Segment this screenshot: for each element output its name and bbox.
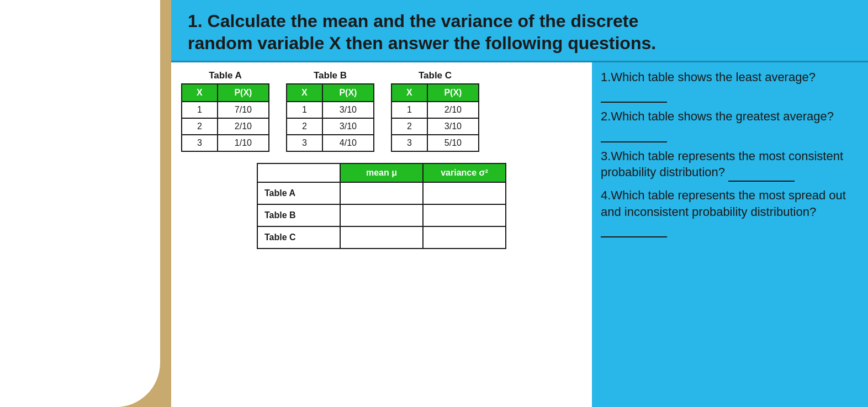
summary-table: mean μ variance σ² Table A Table [257,163,506,249]
q2-blank[interactable] [601,125,667,142]
q2-text: 2.Which table shows the greatest average… [601,109,834,140]
summary-row-c-label: Table C [257,226,340,249]
table-row: 2 3/10 [391,118,479,135]
summary-mean-header: mean μ [340,163,423,182]
summary-variance-header: variance σ² [423,163,506,182]
table-c-r1-x: 1 [391,102,427,118]
table-a-header-px: P(X) [218,84,269,102]
summary-row-b-label: Table B [257,204,340,226]
table-a-r3-px: 1/10 [218,135,269,151]
table-b-r2-px: 3/10 [322,118,374,135]
table-a-r3-x: 3 [182,135,218,151]
tables-section: Table A X P(X) 1 7/ [171,62,592,407]
summary-row-c-variance [423,226,506,249]
q4-blank[interactable] [601,220,667,238]
summary-row-a-label: Table A [257,182,340,204]
table-a-r2-x: 2 [182,118,218,135]
table-b-group: Table B X P(X) 1 3/ [286,70,374,152]
table-a-r1-x: 1 [182,102,218,118]
table-b-r1-px: 3/10 [322,102,374,118]
title-line1: 1. Calculate the mean and the variance o… [188,11,638,31]
question-1: 1.Which table shows the least average? [601,69,859,103]
question-3: 3.Which table represents the most consis… [601,148,859,182]
main-container: 1. Calculate the mean and the variance o… [0,0,868,407]
summary-row-c-mean [340,226,423,249]
summary-row-a-variance [423,182,506,204]
summary-section: mean μ variance σ² Table A Table [181,163,582,249]
questions-section: 1.Which table shows the least average? 2… [592,62,868,407]
table-c-r3-x: 3 [391,135,427,151]
table-b-header-x: X [287,84,322,102]
table-a: X P(X) 1 7/10 2 [181,83,269,152]
summary-row-a-mean [340,182,423,204]
table-c-r1-px: 2/10 [427,102,479,118]
summary-empty-header [257,163,340,182]
table-a-r1-px: 7/10 [218,102,269,118]
table-row: 1 7/10 [182,102,269,118]
table-row: 3 1/10 [182,135,269,151]
content-area: 1. Calculate the mean and the variance o… [171,0,868,407]
title-text: 1. Calculate the mean and the variance o… [188,10,851,54]
summary-row-b-variance [423,204,506,226]
summary-row-b-mean [340,204,423,226]
table-row: 2 3/10 [287,118,374,135]
table-row: 1 2/10 [391,102,479,118]
q3-blank[interactable] [728,164,795,182]
main-body: Table A X P(X) 1 7/ [171,62,868,407]
table-a-r2-px: 2/10 [218,118,269,135]
table-b-r1-x: 1 [287,102,322,118]
table-c-r2-px: 3/10 [427,118,479,135]
table-row: 3 5/10 [391,135,479,151]
question-4: 4.Which table represents the most spread… [601,187,859,237]
table-b-r2-x: 2 [287,118,322,135]
q1-text: 1.Which table shows the least average? [601,70,816,101]
table-b-r3-px: 4/10 [322,135,374,151]
table-row: 3 4/10 [287,135,374,151]
table-c-r2-x: 2 [391,118,427,135]
q4-text: 4.Which table represents the most spread… [601,188,846,235]
q1-blank[interactable] [601,86,667,103]
table-c-header-x: X [391,84,427,102]
table-c: X P(X) 1 2/10 2 [391,83,479,152]
title-bar: 1. Calculate the mean and the variance o… [171,0,868,62]
table-row: 2 2/10 [182,118,269,135]
summary-row-c: Table C [257,226,506,249]
table-a-header-x: X [182,84,218,102]
title-line2: random variable X then answer the follow… [188,33,656,53]
table-a-group: Table A X P(X) 1 7/ [181,70,269,152]
table-c-header-px: P(X) [427,84,479,102]
summary-row-a: Table A [257,182,506,204]
table-b-label: Table B [314,70,347,81]
white-curve [0,0,160,407]
q3-text: 3.Which table represents the most consis… [601,149,843,179]
table-a-label: Table A [209,70,242,81]
table-b: X P(X) 1 3/10 2 [286,83,374,152]
table-c-r3-px: 5/10 [427,135,479,151]
top-tables-row: Table A X P(X) 1 7/ [181,70,582,152]
table-c-label: Table C [419,70,452,81]
left-decoration [0,0,171,407]
table-b-header-px: P(X) [322,84,374,102]
summary-row-b: Table B [257,204,506,226]
table-c-group: Table C X P(X) 1 2/ [391,70,479,152]
table-b-r3-x: 3 [287,135,322,151]
question-2: 2.Which table shows the greatest average… [601,108,859,142]
table-row: 1 3/10 [287,102,374,118]
